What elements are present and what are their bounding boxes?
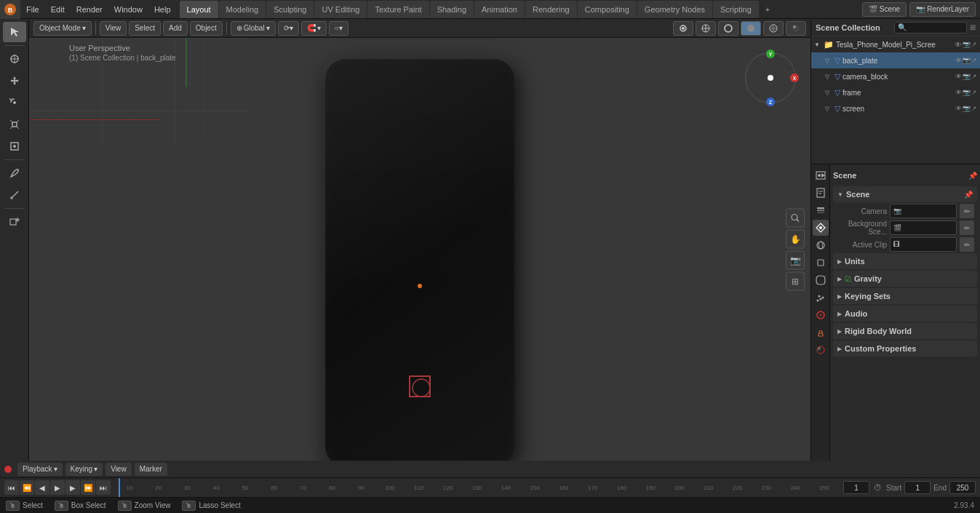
outliner-search[interactable] — [894, 22, 967, 33]
camera-edit-btn[interactable]: ✏ — [960, 204, 974, 218]
object-menu[interactable]: Object — [190, 21, 223, 36]
cursor-tool[interactable] — [3, 49, 26, 69]
playback-menu[interactable]: Playback ▾ — [17, 463, 63, 476]
camera-view-btn[interactable]: 📷 — [786, 250, 805, 269]
outliner-item-camera-block[interactable]: ▽ ▽ camera_block 👁 📷 ↗ — [811, 68, 980, 84]
background-scene-field[interactable]: 🎬 — [890, 220, 957, 235]
gizmo-x-axis[interactable]: X — [790, 73, 799, 82]
gravity-section-header[interactable]: ▶ ☑ Gravity — [833, 271, 977, 287]
tab-scripting[interactable]: Scripting — [713, 1, 759, 18]
add-menu[interactable]: Add — [163, 21, 188, 36]
current-frame-display[interactable]: 1 — [843, 481, 869, 494]
annotate-tool[interactable] — [3, 163, 26, 183]
scene-section-pin[interactable]: 📌 — [964, 191, 973, 199]
props-tab-material[interactable] — [813, 342, 829, 358]
proportional-edit[interactable]: ○▾ — [329, 21, 348, 36]
start-frame-display[interactable]: 1 — [904, 481, 931, 494]
transform-pivot[interactable]: ⟳▾ — [278, 21, 299, 36]
audio-section-header[interactable]: ▶ Audio — [833, 306, 977, 322]
camera-icon-frame[interactable]: 📷 — [963, 89, 971, 96]
select-icon-collection[interactable]: ↗ — [971, 41, 977, 49]
viewport-shading-solid[interactable] — [741, 21, 761, 36]
play-btn[interactable]: ▶ — [50, 480, 65, 495]
prev-keyframe-btn[interactable]: ◀ — [35, 480, 49, 495]
props-tab-world[interactable] — [813, 237, 829, 253]
object-mode-button[interactable]: Object Mode ▾ — [33, 21, 92, 36]
eye-icon-camera-block[interactable]: 👁 — [955, 73, 962, 80]
viewport-canvas[interactable]: User Perspective (1) Scene Collection | … — [29, 38, 810, 461]
menu-help[interactable]: Help — [148, 0, 177, 19]
tab-rendering[interactable]: Rendering — [525, 1, 577, 18]
transform-tool[interactable] — [3, 136, 26, 156]
camera-icon-camera-block[interactable]: 📷 — [963, 73, 971, 80]
outliner-item-back-plate[interactable]: ▽ ▽ back_plate 👁 📷 ↗ — [811, 52, 980, 68]
outliner-item-screen[interactable]: ▽ ▽ screen 👁 📷 ↗ — [811, 100, 980, 116]
props-tab-view-layer[interactable] — [813, 202, 829, 218]
props-tab-object[interactable] — [813, 255, 829, 271]
eye-icon-screen[interactable]: 👁 — [955, 105, 962, 112]
eye-icon-collection[interactable]: 👁 — [955, 41, 962, 49]
next-frame-btn[interactable]: ⏩ — [81, 480, 95, 495]
select-tool[interactable] — [3, 22, 26, 42]
camera-icon-screen[interactable]: 📷 — [963, 105, 971, 112]
overlay-btn[interactable] — [673, 21, 693, 36]
tab-geometry-nodes[interactable]: Geometry Nodes — [637, 1, 712, 18]
gizmo-z-axis[interactable]: Z — [766, 98, 775, 106]
snap-toggle[interactable]: 🧲▾ — [301, 21, 327, 36]
end-frame-display[interactable]: 250 — [949, 481, 976, 494]
units-section-header[interactable]: ▶ Units — [833, 253, 977, 269]
scale-tool[interactable] — [3, 114, 26, 135]
scene-props-pin[interactable]: 📌 — [968, 172, 977, 180]
blender-logo[interactable]: B — [0, 0, 20, 19]
tab-add[interactable]: + — [760, 3, 776, 16]
select-icon-screen[interactable]: ↗ — [971, 105, 977, 112]
jump-start-btn[interactable]: ⏮ — [4, 480, 19, 495]
tab-shading[interactable]: Shading — [430, 1, 474, 18]
viewport-shading-wire[interactable] — [718, 21, 738, 36]
tab-texture-paint[interactable]: Texture Paint — [367, 1, 429, 18]
outliner-item-collection[interactable]: ▼ 📁 Tesla_Phone_Model_Pi_Scree 👁 📷 ↗ — [811, 36, 980, 52]
active-clip-field[interactable]: 🎞 — [890, 237, 957, 252]
tab-sculpting[interactable]: Sculpting — [266, 1, 314, 18]
view-menu-tl[interactable]: View — [105, 463, 132, 476]
view-menu[interactable]: View — [100, 21, 127, 36]
marker-menu[interactable]: Marker — [135, 463, 167, 476]
custom-props-header[interactable]: ▶ Custom Properties — [833, 341, 977, 357]
transform-global[interactable]: ⊕ Global ▾ — [231, 21, 276, 36]
props-tab-output[interactable] — [813, 185, 829, 201]
props-tab-particles[interactable] — [813, 290, 829, 306]
tab-compositing[interactable]: Compositing — [578, 1, 637, 18]
tab-animation[interactable]: Animation — [474, 1, 525, 18]
camera-field[interactable]: 📷 — [890, 204, 957, 218]
gravity-checkbox[interactable]: ☑ — [845, 275, 851, 283]
select-icon-back-plate[interactable]: ↗ — [971, 57, 977, 64]
active-clip-edit-btn[interactable]: ✏ — [960, 237, 974, 252]
hand-pan-btn[interactable]: ✋ — [786, 229, 805, 248]
menu-file[interactable]: File — [20, 0, 45, 19]
viewport-shading-render[interactable] — [786, 21, 806, 36]
measure-tool[interactable] — [3, 185, 26, 205]
outliner-filter-icon[interactable]: ⊞ — [970, 23, 976, 31]
tab-layout[interactable]: Layout — [180, 1, 218, 18]
props-tab-constraints[interactable] — [813, 325, 829, 341]
render-region-btn[interactable]: ⊞ — [786, 271, 805, 290]
props-tab-scene[interactable] — [813, 220, 829, 236]
timeline-ruler[interactable]: 10 20 30 40 50 60 70 80 90 100 110 120 1… — [115, 478, 839, 497]
render-icon-collection[interactable]: 📷 — [963, 41, 971, 49]
rigid-body-world-header[interactable]: ▶ Rigid Body World — [833, 323, 977, 339]
menu-render[interactable]: Render — [71, 0, 108, 19]
keying-menu[interactable]: Keying ▾ — [65, 463, 103, 476]
menu-window[interactable]: Window — [108, 0, 148, 19]
jump-end-btn[interactable]: ⏭ — [96, 480, 111, 495]
render-layer-selector[interactable]: 📷 RenderLayer — [909, 2, 976, 17]
gizmo-btn[interactable] — [696, 21, 716, 36]
outliner-item-frame[interactable]: ▽ ▽ frame 👁 📷 ↗ — [811, 84, 980, 100]
scene-section-header[interactable]: ▼ Scene 📌 — [833, 186, 977, 202]
props-tab-physics[interactable] — [813, 307, 829, 323]
move-tool[interactable] — [3, 71, 26, 91]
navigation-gizmo[interactable]: X Y Z — [741, 49, 800, 107]
next-keyframe-btn[interactable]: ▶ — [65, 480, 80, 495]
eye-icon-back-plate[interactable]: 👁 — [955, 57, 962, 64]
scene-selector[interactable]: 🎬 Scene — [862, 2, 907, 17]
props-tab-modifier[interactable] — [813, 272, 829, 288]
